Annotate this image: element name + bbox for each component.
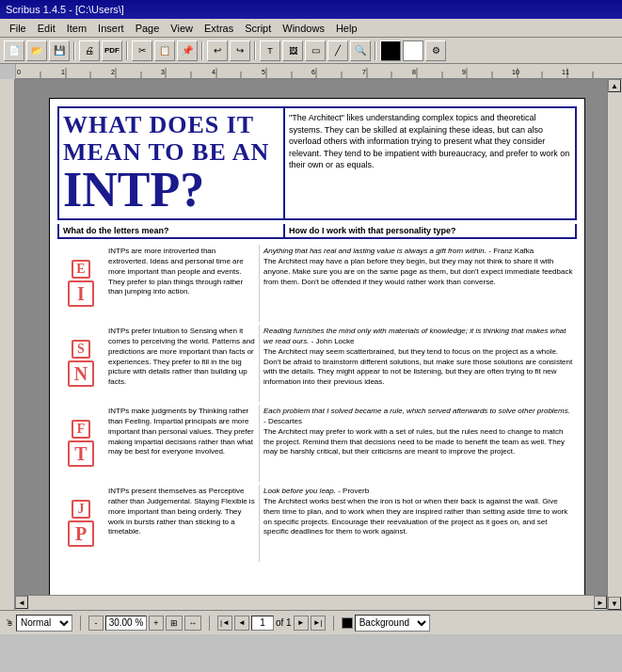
sub-header-right: How do I work with that personality type…	[285, 224, 575, 237]
svg-text:8: 8	[412, 69, 416, 75]
mouse-mode-area[interactable]: 🖱 Normal	[6, 615, 72, 632]
pdf-btn[interactable]: PDF	[102, 40, 122, 61]
svg-text:11: 11	[562, 69, 569, 75]
svg-text:9: 9	[462, 69, 466, 75]
scroll-left-btn[interactable]: ◄	[15, 596, 28, 609]
row-t: F T INTPs make judgments by Thinking rat…	[57, 405, 577, 482]
intp-title: INTP?	[63, 166, 279, 215]
menu-page[interactable]: Page	[130, 21, 166, 36]
svg-text:2: 2	[111, 69, 115, 75]
first-page-btn[interactable]: |◄	[217, 616, 232, 631]
open-btn[interactable]: 📂	[26, 40, 47, 61]
menu-bar: File Edit Item Insert Page View Extras S…	[0, 19, 622, 38]
vertical-ruler	[0, 79, 14, 610]
shape-tool[interactable]: ▭	[305, 40, 326, 61]
title-bar: Scribus 1.4.5 - [C:\Users\]	[0, 0, 622, 19]
mouse-icon: 🖱	[6, 618, 14, 628]
letters-jp: J P	[57, 485, 104, 562]
text-tool[interactable]: T	[260, 40, 280, 61]
svg-text:4: 4	[212, 69, 215, 75]
menu-extras[interactable]: Extras	[199, 21, 239, 36]
page-number-input[interactable]	[251, 616, 274, 631]
settings-btn[interactable]: ⚙	[425, 40, 446, 61]
header-left: What does it mean to be an INTP?	[59, 108, 285, 218]
main-title: What does it mean to be an	[63, 112, 279, 166]
cut-btn[interactable]: ✂	[132, 40, 152, 61]
layer-area[interactable]: Background	[342, 615, 430, 632]
svg-text:7: 7	[362, 69, 366, 75]
canvas-area[interactable]: What does it mean to be an INTP? "The Ar…	[15, 79, 622, 610]
letters-ei: E I	[57, 245, 104, 322]
menu-edit[interactable]: Edit	[32, 21, 61, 36]
svg-text:1: 1	[61, 69, 65, 75]
row-p-left-desc: INTPs present themselves as Perceptive r…	[104, 485, 260, 562]
scroll-up-btn[interactable]: ▲	[608, 79, 621, 92]
status-bar: 🖱 Normal - + ⊞ ↔ |◄ ◄ of 1 ► ►| Backgrou…	[0, 610, 622, 634]
row-p-right-desc: Look before you leap. - Proverb The Arch…	[260, 485, 577, 562]
svg-text:3: 3	[161, 69, 165, 75]
new-btn[interactable]: 📄	[4, 40, 24, 61]
menu-script[interactable]: Script	[239, 21, 277, 36]
header-section: What does it mean to be an INTP? "The Ar…	[57, 106, 577, 220]
horizontal-ruler: 0 1 2 3 4 5 6 7	[15, 64, 622, 79]
menu-insert[interactable]: Insert	[92, 21, 130, 36]
letter-n: N	[68, 360, 94, 387]
save-btn[interactable]: 💾	[49, 40, 70, 61]
menu-windows[interactable]: Windows	[277, 21, 330, 36]
row-t-left-desc: INTPs make judgments by Thinking rather …	[104, 405, 260, 482]
image-tool[interactable]: 🖼	[282, 40, 303, 61]
letter-i: I	[68, 280, 94, 307]
menu-view[interactable]: View	[165, 21, 199, 36]
menu-help[interactable]: Help	[330, 21, 363, 36]
letter-p: P	[68, 520, 94, 547]
letter-j: J	[72, 500, 90, 519]
last-page-btn[interactable]: ►|	[311, 616, 326, 631]
letter-f: F	[72, 420, 90, 439]
row-n-left-desc: INTPs prefer Intuition to Sensing when i…	[104, 325, 260, 402]
mouse-mode-select[interactable]: Normal	[16, 615, 72, 632]
letters-sn: S N	[57, 325, 104, 402]
menu-item[interactable]: Item	[61, 21, 92, 36]
zoom-tool[interactable]: 🔍	[350, 40, 371, 61]
zoom-input[interactable]	[105, 616, 147, 631]
zoom-fit-btn[interactable]: ⊞	[166, 616, 183, 631]
zoom-actual-btn[interactable]: ↔	[184, 616, 201, 631]
undo-btn[interactable]: ↩	[207, 40, 228, 61]
svg-text:10: 10	[512, 69, 519, 75]
color1-btn[interactable]	[380, 40, 401, 61]
color2-btn[interactable]	[403, 40, 423, 61]
paste-btn[interactable]: 📌	[177, 40, 198, 61]
title-text: Scribus 1.4.5 - [C:\Users\]	[6, 4, 124, 15]
letters-ft: F T	[57, 405, 104, 482]
row-p: J P INTPs present themselves as Percepti…	[57, 485, 577, 562]
prev-page-btn[interactable]: ◄	[234, 616, 249, 631]
row-i-right-desc: Anything that has real and lasting value…	[260, 245, 577, 322]
next-page-btn[interactable]: ►	[294, 616, 309, 631]
page-nav: |◄ ◄ of 1 ► ►|	[217, 616, 326, 631]
svg-text:0: 0	[17, 69, 21, 75]
layer-color-icon	[342, 617, 353, 629]
print-btn[interactable]: 🖨	[79, 40, 100, 61]
toolbar-1: 📄 📂 💾 🖨 PDF ✂ 📋 📌 ↩ ↪ T 🖼 ▭ ╱ 🔍 ⚙	[0, 38, 622, 64]
horizontal-scrollbar[interactable]: ◄ ►	[15, 595, 607, 610]
header-right: "The Architect" likes understanding comp…	[285, 108, 575, 218]
svg-text:5: 5	[262, 69, 265, 75]
row-n-right-desc: Reading furnishes the mind only with mat…	[260, 325, 577, 402]
letter-e: E	[72, 260, 90, 279]
vertical-scrollbar[interactable]: ▲ ▼	[607, 79, 622, 610]
row-t-right-desc: Each problem that I solved became a rule…	[260, 405, 577, 482]
zoom-in-btn[interactable]: +	[149, 616, 164, 631]
sub-header-left: What do the letters mean?	[59, 224, 285, 237]
menu-file[interactable]: File	[4, 21, 32, 36]
line-tool[interactable]: ╱	[327, 40, 348, 61]
layer-select[interactable]: Background	[355, 615, 430, 632]
zoom-out-btn[interactable]: -	[88, 616, 104, 631]
redo-btn[interactable]: ↪	[230, 40, 250, 61]
letter-s: S	[72, 340, 90, 359]
sub-header: What do the letters mean? How do I work …	[57, 224, 577, 239]
scroll-down-btn[interactable]: ▼	[608, 597, 621, 610]
scroll-right-btn[interactable]: ►	[594, 596, 607, 609]
document-page: What does it mean to be an INTP? "The Ar…	[49, 98, 585, 610]
copy-btn[interactable]: 📋	[154, 40, 175, 61]
row-i-left-desc: INTPs are more introverted than extrover…	[104, 245, 260, 322]
